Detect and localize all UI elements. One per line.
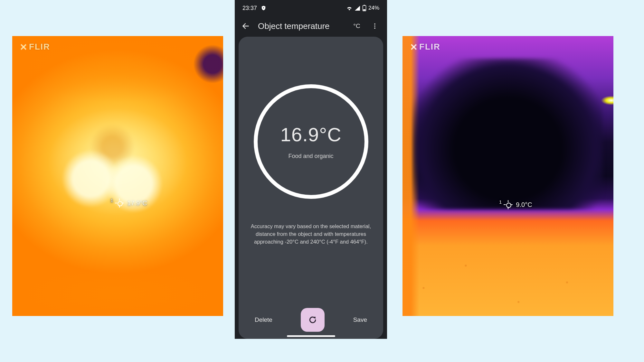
crosshair-icon (504, 200, 513, 209)
gesture-nav-bar[interactable] (287, 335, 335, 337)
wifi-icon (346, 5, 353, 11)
svg-point-0 (263, 7, 264, 8)
save-button[interactable]: Save (351, 313, 369, 327)
signal-icon (355, 5, 360, 11)
thermal-image-left: FLIR 1 17.9°C (12, 36, 223, 316)
back-button[interactable] (240, 20, 251, 32)
material-label: Food and organic (288, 153, 333, 160)
unit-toggle-button[interactable]: °C (351, 20, 363, 32)
refresh-icon (308, 315, 317, 325)
more-vert-icon (371, 23, 378, 30)
overflow-menu-button[interactable] (369, 20, 381, 32)
svg-point-6 (374, 28, 375, 29)
phone-frame: 23:37 24% Object (235, 0, 387, 339)
svg-rect-2 (364, 5, 365, 6)
reading-ring: 16.9°C Food and organic (254, 84, 368, 199)
flir-brand-text: FLIR (419, 42, 440, 52)
svg-point-4 (374, 23, 375, 25)
spot-index: 1 (499, 199, 502, 205)
page-title: Object temperature (258, 21, 345, 31)
svg-rect-3 (363, 9, 365, 11)
accuracy-disclaimer: Accuracy may vary based on the selected … (247, 223, 375, 246)
unit-label: °C (353, 23, 360, 30)
temperature-value: 16.9°C (280, 124, 341, 146)
status-bar: 23:37 24% (235, 0, 387, 16)
action-row: Delete Save (239, 308, 383, 332)
refresh-button[interactable] (301, 308, 325, 332)
arrow-left-icon (242, 22, 250, 30)
spot-marker: 1 17.9°C (110, 199, 147, 208)
delete-button[interactable]: Delete (253, 313, 274, 327)
spot-index: 1 (110, 198, 113, 203)
spot-reading: 17.9°C (127, 200, 147, 207)
shield-icon (261, 5, 266, 11)
thermal-image-right: FLIR 1 9.0°C (402, 36, 613, 316)
flir-logo: FLIR (410, 42, 440, 52)
spot-reading: 9.0°C (516, 201, 532, 209)
status-battery-text: 24% (368, 5, 379, 11)
crosshair-icon (115, 199, 124, 208)
app-bar: Object temperature °C (235, 16, 387, 36)
reading-card: 16.9°C Food and organic Accuracy may var… (239, 37, 383, 339)
battery-icon (362, 5, 366, 11)
status-time: 23:37 (242, 5, 257, 12)
spot-marker: 1 9.0°C (499, 200, 532, 209)
flir-logo: FLIR (20, 42, 50, 52)
flir-brand-text: FLIR (29, 42, 50, 52)
svg-point-5 (374, 25, 375, 27)
